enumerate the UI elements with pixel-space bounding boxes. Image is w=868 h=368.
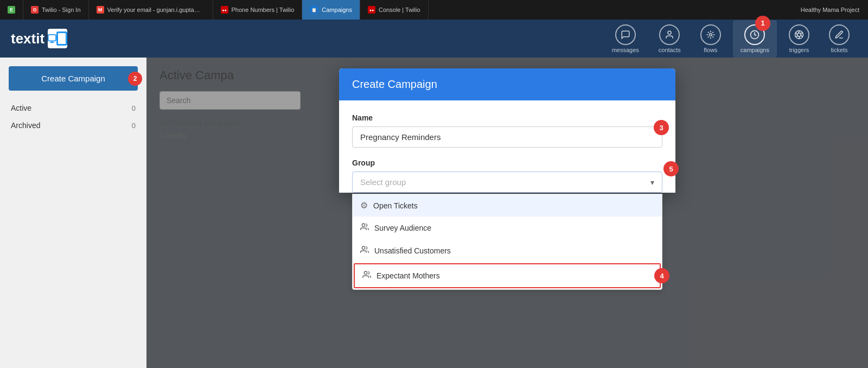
modal: Create Campaign Name 3 Group: [339, 68, 675, 193]
svg-point-4: [710, 33, 712, 36]
step-badge-5: 5: [663, 161, 679, 176]
favicon-editor: E: [8, 6, 15, 14]
sidebar-badge-2: 2: [128, 72, 142, 86]
modal-header: Create Campaign: [339, 68, 675, 100]
step-badge-3: 3: [654, 120, 669, 135]
tab-label-twilio: Twilio - Sign In: [42, 7, 81, 13]
survey-audience-icon: [360, 223, 369, 233]
step-badge-4: 4: [654, 268, 669, 283]
expectant-mothers-label: Expectant Mothers: [376, 271, 440, 280]
survey-audience-label: Survey Audience: [374, 224, 431, 232]
flows-label: flows: [704, 47, 717, 53]
favicon-console: ●●: [368, 6, 375, 14]
sidebar-archived-count: 0: [132, 122, 136, 130]
sidebar-archived-label: Archived: [11, 121, 40, 130]
browser-tab-editor[interactable]: E: [0, 0, 23, 20]
messages-icon: [615, 24, 636, 45]
dropdown-list: ⚙ Open Tickets: [352, 194, 662, 290]
contacts-icon: [659, 24, 680, 45]
step-badge-1: 1: [755, 16, 770, 31]
modal-overlay: Create Campaign Name 3 Group: [146, 58, 868, 368]
dropdown-arrow-icon: ▾: [650, 178, 654, 187]
select-group-button[interactable]: Select group ▾: [352, 172, 662, 193]
main-content: Active Campa No matching campaigns 0 res…: [146, 58, 868, 368]
expectant-mothers-icon: [362, 270, 371, 281]
triggers-label: triggers: [789, 47, 809, 53]
favicon-twilio: ⊙: [31, 6, 39, 14]
create-campaign-button[interactable]: Create Campaign 2: [9, 66, 138, 91]
select-group-placeholder: Select group: [360, 177, 406, 187]
logo: textit: [11, 29, 67, 48]
logo-icon: [48, 29, 67, 48]
svg-point-3: [668, 31, 671, 34]
browser-chrome: E ⊙ Twilio - Sign In M Verify your email…: [0, 0, 868, 20]
tab-label-console: Console | Twilio: [379, 7, 420, 13]
sidebar-active-count: 0: [132, 104, 136, 112]
nav-tickets[interactable]: tickets: [821, 20, 857, 58]
content-area: Create Campaign 2 Active 0 Archived 0 Ac…: [0, 58, 868, 368]
navbar: textit messages: [0, 20, 868, 58]
campaigns-label: campaigns: [741, 47, 769, 53]
create-campaign-label: Create Campaign: [41, 74, 105, 83]
dropdown-item-open-tickets[interactable]: ⚙ Open Tickets: [353, 194, 662, 217]
project-label: Healthy Mama Project: [801, 7, 868, 13]
sidebar-list: Active 0 Archived 0: [9, 99, 138, 134]
modal-body: Name 3 Group Select group ▾: [339, 100, 675, 193]
svg-point-9: [364, 271, 367, 274]
browser-tab-console[interactable]: ●● Console | Twilio: [360, 0, 429, 20]
browser-tab-twilio[interactable]: ⊙ Twilio - Sign In: [23, 0, 89, 20]
nav-triggers[interactable]: triggers: [781, 20, 817, 58]
name-input[interactable]: [352, 126, 662, 148]
tickets-icon: [829, 24, 850, 45]
app-container: textit messages: [0, 20, 868, 368]
select-group-wrapper: Select group ▾ ⚙ Open Tickets: [352, 172, 662, 193]
logo-text: textit: [11, 30, 44, 47]
sidebar-item-archived[interactable]: Archived 0: [9, 117, 138, 134]
favicon-gmail: M: [97, 6, 104, 14]
dropdown-item-unsatisfied-customers[interactable]: Unsatisfied Customers: [353, 239, 662, 262]
logo-svg: [48, 33, 56, 45]
logo-normal: text: [11, 30, 36, 47]
browser-tab-campaigns[interactable]: 📋 Campaigns: [302, 0, 360, 20]
nav-messages[interactable]: messages: [604, 20, 647, 58]
nav-contacts[interactable]: contacts: [651, 20, 688, 58]
browser-tab-phone[interactable]: ●● Phone Numbers | Twilio: [213, 0, 303, 20]
group-label: Group: [352, 158, 662, 167]
logo-bold: it: [36, 30, 44, 47]
nav-campaigns[interactable]: 1 campaigns: [733, 20, 777, 58]
svg-point-7: [362, 224, 365, 226]
dropdown-item-survey-audience[interactable]: Survey Audience: [353, 217, 662, 239]
sidebar-active-label: Active: [11, 104, 31, 112]
unsatisfied-customers-icon: [360, 245, 369, 256]
name-label: Name: [352, 113, 662, 122]
tab-label-gmail: Verify your email - gunjan.i.gupta@gmail…: [107, 7, 205, 13]
open-tickets-label: Open Tickets: [373, 201, 418, 210]
browser-tab-gmail[interactable]: M Verify your email - gunjan.i.gupta@gma…: [89, 0, 213, 20]
favicon-phone: ●●: [221, 6, 228, 14]
flows-icon: [700, 24, 721, 45]
svg-point-8: [362, 246, 365, 249]
modal-title: Create Campaign: [352, 78, 437, 90]
tab-label-campaigns: Campaigns: [322, 7, 352, 13]
tickets-label: tickets: [831, 47, 847, 53]
sidebar-item-active[interactable]: Active 0: [9, 99, 138, 117]
unsatisfied-customers-label: Unsatisfied Customers: [374, 246, 451, 255]
favicon-campaigns: 📋: [310, 5, 318, 14]
dropdown-item-expectant-mothers[interactable]: Expectant Mothers 4: [354, 263, 661, 288]
open-tickets-icon: ⚙: [360, 200, 368, 211]
nav-flows[interactable]: flows: [693, 20, 729, 58]
sidebar: Create Campaign 2 Active 0 Archived 0: [0, 58, 146, 368]
contacts-label: contacts: [659, 47, 681, 53]
triggers-icon: [789, 24, 809, 45]
svg-rect-0: [48, 35, 56, 41]
tab-label-phone: Phone Numbers | Twilio: [232, 7, 295, 13]
messages-label: messages: [612, 47, 639, 53]
navbar-icons: messages contacts: [604, 20, 857, 58]
